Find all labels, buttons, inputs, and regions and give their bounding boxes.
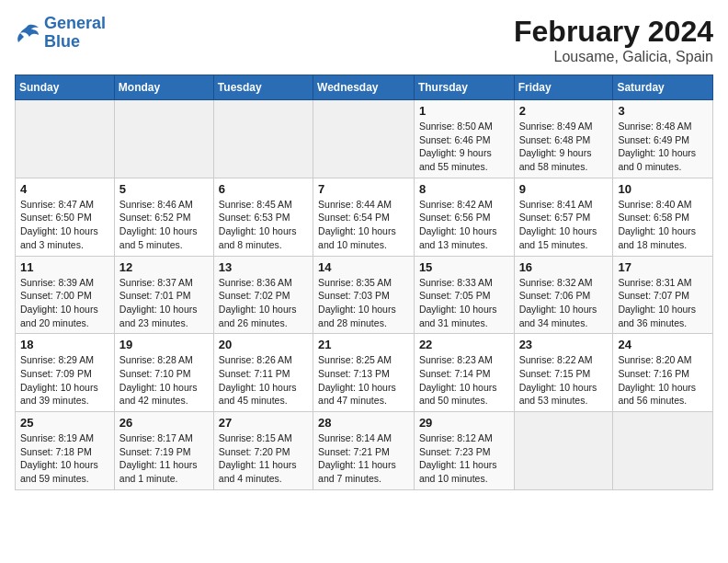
day-info: Sunrise: 8:42 AM Sunset: 6:56 PM Dayligh…	[419, 198, 509, 252]
day-info: Sunrise: 8:49 AM Sunset: 6:48 PM Dayligh…	[519, 120, 609, 174]
day-number: 7	[318, 182, 409, 196]
day-info: Sunrise: 8:29 AM Sunset: 7:09 PM Dayligh…	[20, 353, 109, 408]
day-info: Sunrise: 8:17 AM Sunset: 7:19 PM Dayligh…	[119, 431, 209, 486]
day-number: 19	[119, 338, 209, 351]
day-number: 10	[618, 182, 708, 196]
weekday-header-friday: Friday	[514, 75, 613, 100]
calendar-cell: 22Sunrise: 8:23 AM Sunset: 7:14 PM Dayli…	[414, 334, 514, 412]
calendar-cell: 6Sunrise: 8:45 AM Sunset: 6:53 PM Daylig…	[213, 178, 313, 256]
day-info: Sunrise: 8:14 AM Sunset: 7:21 PM Dayligh…	[318, 431, 409, 486]
day-info: Sunrise: 8:41 AM Sunset: 6:57 PM Dayligh…	[519, 198, 609, 252]
weekday-header-row: SundayMondayTuesdayWednesdayThursdayFrid…	[16, 75, 713, 100]
day-info: Sunrise: 8:15 AM Sunset: 7:20 PM Dayligh…	[219, 431, 308, 486]
calendar-cell	[613, 412, 713, 490]
calendar-cell: 16Sunrise: 8:32 AM Sunset: 7:06 PM Dayli…	[514, 256, 613, 334]
day-info: Sunrise: 8:22 AM Sunset: 7:15 PM Dayligh…	[519, 353, 609, 408]
day-number: 11	[20, 260, 109, 274]
weekday-header-tuesday: Tuesday	[213, 75, 313, 100]
title-area: February 2024 Lousame, Galicia, Spain	[514, 15, 713, 65]
calendar-week-1: 1Sunrise: 8:50 AM Sunset: 6:46 PM Daylig…	[16, 100, 713, 178]
weekday-header-sunday: Sunday	[16, 75, 115, 100]
calendar-cell	[514, 412, 613, 490]
calendar-cell: 29Sunrise: 8:12 AM Sunset: 7:23 PM Dayli…	[414, 412, 514, 490]
logo-text: General Blue	[44, 15, 106, 52]
day-info: Sunrise: 8:45 AM Sunset: 6:53 PM Dayligh…	[219, 198, 308, 252]
day-number: 14	[318, 260, 409, 274]
calendar-body: 1Sunrise: 8:50 AM Sunset: 6:46 PM Daylig…	[16, 100, 713, 490]
calendar-header: SundayMondayTuesdayWednesdayThursdayFrid…	[16, 75, 713, 100]
calendar-cell: 12Sunrise: 8:37 AM Sunset: 7:01 PM Dayli…	[114, 256, 213, 334]
calendar-cell: 14Sunrise: 8:35 AM Sunset: 7:03 PM Dayli…	[313, 256, 415, 334]
calendar-cell	[213, 100, 313, 178]
calendar-week-4: 18Sunrise: 8:29 AM Sunset: 7:09 PM Dayli…	[16, 334, 713, 412]
calendar-cell: 15Sunrise: 8:33 AM Sunset: 7:05 PM Dayli…	[414, 256, 514, 334]
calendar-cell: 11Sunrise: 8:39 AM Sunset: 7:00 PM Dayli…	[16, 256, 115, 334]
day-number: 2	[519, 104, 609, 118]
day-number: 18	[20, 338, 109, 351]
logo-bird-icon	[15, 22, 40, 44]
day-number: 25	[20, 416, 109, 430]
calendar-cell: 1Sunrise: 8:50 AM Sunset: 6:46 PM Daylig…	[414, 100, 514, 178]
month-title: February 2024	[514, 15, 713, 49]
day-info: Sunrise: 8:25 AM Sunset: 7:13 PM Dayligh…	[318, 353, 409, 408]
day-number: 4	[20, 182, 109, 196]
location-title: Lousame, Galicia, Spain	[514, 49, 713, 65]
day-info: Sunrise: 8:12 AM Sunset: 7:23 PM Dayligh…	[419, 431, 509, 486]
day-info: Sunrise: 8:23 AM Sunset: 7:14 PM Dayligh…	[419, 353, 509, 408]
day-info: Sunrise: 8:26 AM Sunset: 7:11 PM Dayligh…	[219, 353, 308, 408]
logo-blue: Blue	[44, 32, 80, 51]
calendar-cell: 7Sunrise: 8:44 AM Sunset: 6:54 PM Daylig…	[313, 178, 415, 256]
day-number: 12	[119, 260, 209, 274]
day-number: 28	[318, 416, 409, 430]
calendar-cell: 21Sunrise: 8:25 AM Sunset: 7:13 PM Dayli…	[313, 334, 415, 412]
calendar-cell	[114, 100, 213, 178]
day-info: Sunrise: 8:50 AM Sunset: 6:46 PM Dayligh…	[419, 120, 509, 174]
calendar-cell: 18Sunrise: 8:29 AM Sunset: 7:09 PM Dayli…	[16, 334, 115, 412]
day-info: Sunrise: 8:46 AM Sunset: 6:52 PM Dayligh…	[119, 198, 209, 252]
day-number: 9	[519, 182, 609, 196]
day-number: 17	[618, 260, 708, 274]
day-number: 16	[519, 260, 609, 274]
calendar-table: SundayMondayTuesdayWednesdayThursdayFrid…	[15, 75, 713, 490]
weekday-header-saturday: Saturday	[613, 75, 713, 100]
header: General Blue February 2024 Lousame, Gali…	[15, 15, 713, 65]
calendar-cell: 27Sunrise: 8:15 AM Sunset: 7:20 PM Dayli…	[213, 412, 313, 490]
day-number: 6	[219, 182, 308, 196]
calendar-cell: 23Sunrise: 8:22 AM Sunset: 7:15 PM Dayli…	[514, 334, 613, 412]
day-number: 29	[419, 416, 509, 430]
weekday-header-wednesday: Wednesday	[313, 75, 415, 100]
day-number: 26	[119, 416, 209, 430]
logo: General Blue	[15, 15, 106, 52]
day-number: 1	[419, 104, 509, 118]
calendar-week-5: 25Sunrise: 8:19 AM Sunset: 7:18 PM Dayli…	[16, 412, 713, 490]
calendar-cell: 5Sunrise: 8:46 AM Sunset: 6:52 PM Daylig…	[114, 178, 213, 256]
calendar-cell: 9Sunrise: 8:41 AM Sunset: 6:57 PM Daylig…	[514, 178, 613, 256]
calendar-cell	[16, 100, 115, 178]
day-info: Sunrise: 8:48 AM Sunset: 6:49 PM Dayligh…	[618, 120, 708, 174]
day-info: Sunrise: 8:37 AM Sunset: 7:01 PM Dayligh…	[119, 276, 209, 330]
day-number: 8	[419, 182, 509, 196]
day-info: Sunrise: 8:33 AM Sunset: 7:05 PM Dayligh…	[419, 276, 509, 330]
day-info: Sunrise: 8:40 AM Sunset: 6:58 PM Dayligh…	[618, 198, 708, 252]
calendar-cell: 3Sunrise: 8:48 AM Sunset: 6:49 PM Daylig…	[613, 100, 713, 178]
day-number: 3	[618, 104, 708, 118]
day-info: Sunrise: 8:44 AM Sunset: 6:54 PM Dayligh…	[318, 198, 409, 252]
day-number: 20	[219, 338, 308, 351]
day-info: Sunrise: 8:31 AM Sunset: 7:07 PM Dayligh…	[618, 276, 708, 330]
day-info: Sunrise: 8:36 AM Sunset: 7:02 PM Dayligh…	[219, 276, 308, 330]
day-info: Sunrise: 8:35 AM Sunset: 7:03 PM Dayligh…	[318, 276, 409, 330]
weekday-header-monday: Monday	[114, 75, 213, 100]
day-number: 21	[318, 338, 409, 351]
logo-general: General	[44, 14, 106, 32]
calendar-cell	[313, 100, 415, 178]
day-number: 15	[419, 260, 509, 274]
calendar-cell: 17Sunrise: 8:31 AM Sunset: 7:07 PM Dayli…	[613, 256, 713, 334]
calendar-cell: 4Sunrise: 8:47 AM Sunset: 6:50 PM Daylig…	[16, 178, 115, 256]
calendar-week-3: 11Sunrise: 8:39 AM Sunset: 7:00 PM Dayli…	[16, 256, 713, 334]
calendar-cell: 19Sunrise: 8:28 AM Sunset: 7:10 PM Dayli…	[114, 334, 213, 412]
day-info: Sunrise: 8:28 AM Sunset: 7:10 PM Dayligh…	[119, 353, 209, 408]
day-number: 5	[119, 182, 209, 196]
day-info: Sunrise: 8:19 AM Sunset: 7:18 PM Dayligh…	[20, 431, 109, 486]
calendar-cell: 2Sunrise: 8:49 AM Sunset: 6:48 PM Daylig…	[514, 100, 613, 178]
day-info: Sunrise: 8:20 AM Sunset: 7:16 PM Dayligh…	[618, 353, 708, 408]
